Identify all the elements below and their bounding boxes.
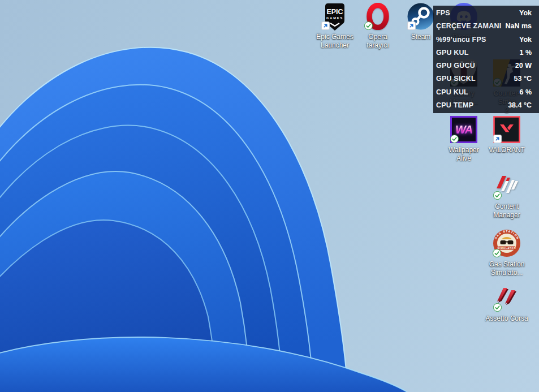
osd-value: 1 % [519,49,532,57]
svg-text:SIMULATOR: SIMULATOR [498,247,516,249]
shortcut-arrow-icon [493,135,502,143]
osd-value: NaN ms [505,22,532,30]
desktop-icon-assetto-corsa[interactable]: Assetto Corsa [485,285,528,323]
icon-label: Content Manager [485,203,528,219]
checkmark-badge-icon [450,135,459,143]
osd-label: FPS [436,9,450,17]
osd-label: GPU SICKL [436,75,476,83]
desktop-icon-valorant[interactable]: VALORANT [485,116,528,154]
opera-logo-icon [364,3,391,30]
osd-row-cpu-usage: CPU KUL 6 % [436,88,532,96]
desktop-icon-wallpaper-alive[interactable]: WA Wallpaper Alive [442,116,485,163]
osd-value: Yok [519,36,532,44]
desktop-icon-content-manager[interactable]: Content Manager [485,173,528,219]
checkmark-badge-icon [364,21,373,30]
osd-label: CPU KUL [436,88,468,96]
icon-label: Epic Games Launcher [313,33,356,50]
desktop-icon-gas-station-simulator[interactable]: GAS STATION SIMULATOR Gas Station Simula… [485,229,528,277]
icon-label: Wallpaper Alive [442,146,485,163]
shortcut-arrow-icon [321,21,330,30]
osd-label: ÇERÇEVE ZAMANI [436,22,501,30]
osd-row-99th-fps: %99’uncu FPS Yok [436,36,532,44]
desktop-icon-opera[interactable]: Opera tarayıcı [356,3,399,50]
shortcut-arrow-icon [407,21,416,30]
osd-value: 53 °C [514,75,532,83]
checkmark-badge-icon [493,303,502,312]
osd-value: 20 W [515,62,532,70]
osd-label: %99’uncu FPS [436,36,486,44]
content-manager-logo-icon [493,173,520,200]
icon-label: Gas Station Simulato... [485,260,528,277]
osd-value: 38.4 °C [508,101,532,109]
osd-row-fps: FPS Yok [436,9,532,17]
epic-games-logo-icon: EPIC GAMES [321,3,348,30]
osd-row-frametime: ÇERÇEVE ZAMANI NaN ms [436,22,532,30]
osd-label: GPU GÜCÜ [436,62,475,70]
osd-label: CPU TEMP [436,101,473,109]
osd-row-gpu-power: GPU GÜCÜ 20 W [436,62,532,70]
assetto-corsa-logo-icon [493,285,520,312]
osd-label: GPU KUL [436,49,469,57]
icon-label: VALORANT [485,146,528,154]
osd-row-cpu-temp: CPU TEMP 38.4 °C [436,101,532,109]
wallpaper-alive-logo-icon: WA [450,116,477,143]
desktop-icon-epic-games-launcher[interactable]: EPIC GAMES Epic Games Launcher [313,3,356,50]
valorant-logo-icon [493,116,520,143]
icon-label: Assetto Corsa [485,315,528,323]
performance-osd-overlay: FPS Yok ÇERÇEVE ZAMANI NaN ms %99’uncu F… [433,6,539,113]
icon-label: Opera tarayıcı [356,33,399,50]
checkmark-badge-icon [493,191,502,200]
steam-logo-icon [407,3,434,30]
svg-text:EPIC: EPIC [326,8,343,16]
osd-value: Yok [519,9,532,17]
gas-station-simulator-logo-icon: GAS STATION SIMULATOR [493,229,521,257]
svg-text:GAMES: GAMES [326,16,343,20]
checkmark-badge-icon [493,249,501,257]
osd-row-gpu-usage: GPU KUL 1 % [436,49,532,57]
osd-row-gpu-temp: GPU SICKL 53 °C [436,75,532,83]
osd-value: 6 % [519,88,532,96]
